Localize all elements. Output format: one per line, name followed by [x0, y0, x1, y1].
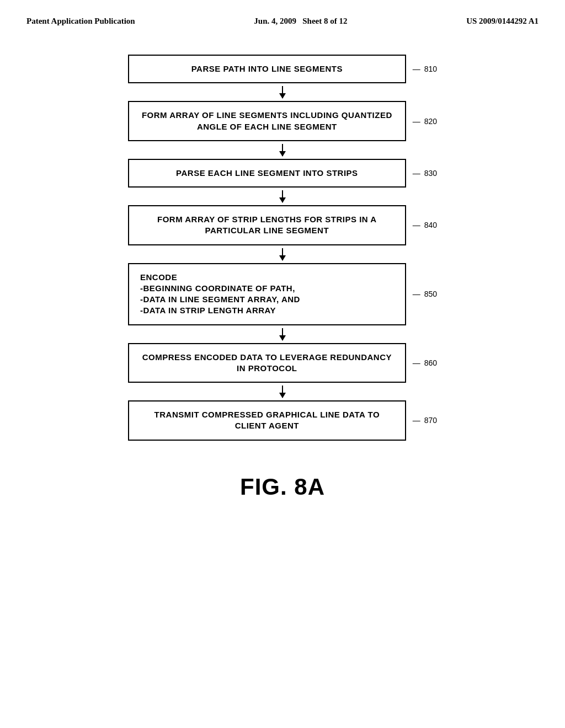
arrow-840 [128, 245, 437, 263]
step-label-840: — 840 [413, 221, 437, 229]
flow-step-840: FORM ARRAY OF STRIP LENGTHS FOR STRIPS I… [128, 205, 437, 245]
step-label-870: — 870 [413, 416, 437, 425]
arrow-830 [128, 188, 437, 205]
flow-box-840: FORM ARRAY OF STRIP LENGTHS FOR STRIPS I… [128, 205, 406, 245]
step-label-820: — 820 [413, 117, 437, 126]
arrow-820 [128, 141, 437, 159]
step-label-830: — 830 [413, 169, 437, 178]
flow-step-830: PARSE EACH LINE SEGMENT INTO STRIPS— 830 [128, 159, 437, 188]
flow-box-870: TRANSMIT COMPRESSED GRAPHICAL LINE DATA … [128, 400, 406, 441]
arrow-860 [128, 383, 437, 400]
diagram-area: PARSE PATH INTO LINE SEGMENTS— 810FORM A… [0, 27, 565, 500]
page-header: Patent Application Publication Jun. 4, 2… [0, 0, 565, 27]
flow-box-850: ENCODE-BEGINNING COORDINATE OF PATH,-DAT… [128, 263, 406, 325]
flow-step-810: PARSE PATH INTO LINE SEGMENTS— 810 [128, 55, 437, 83]
flow-box-820: FORM ARRAY OF LINE SEGMENTS INCLUDING QU… [128, 101, 406, 141]
arrow-850 [128, 325, 437, 343]
flow-step-870: TRANSMIT COMPRESSED GRAPHICAL LINE DATA … [128, 400, 437, 441]
flow-step-860: COMPRESS ENCODED DATA TO LEVERAGE REDUND… [128, 343, 437, 383]
flow-box-810: PARSE PATH INTO LINE SEGMENTS [128, 55, 406, 83]
figure-label: FIG. 8A [240, 474, 325, 500]
step-label-810: — 810 [413, 65, 437, 73]
flow-diagram: PARSE PATH INTO LINE SEGMENTS— 810FORM A… [128, 55, 437, 441]
flow-box-830: PARSE EACH LINE SEGMENT INTO STRIPS [128, 159, 406, 188]
step-label-860: — 860 [413, 358, 437, 367]
flow-step-850: ENCODE-BEGINNING COORDINATE OF PATH,-DAT… [128, 263, 437, 325]
flow-step-820: FORM ARRAY OF LINE SEGMENTS INCLUDING QU… [128, 101, 437, 141]
flow-box-860: COMPRESS ENCODED DATA TO LEVERAGE REDUND… [128, 343, 406, 383]
arrow-810 [128, 83, 437, 101]
step-label-850: — 850 [413, 290, 437, 298]
patent-number: US 2009/0144292 A1 [466, 15, 539, 27]
publication-title: Patent Application Publication [26, 15, 135, 27]
date-sheet: Jun. 4, 2009 Sheet 8 of 12 [254, 15, 347, 27]
